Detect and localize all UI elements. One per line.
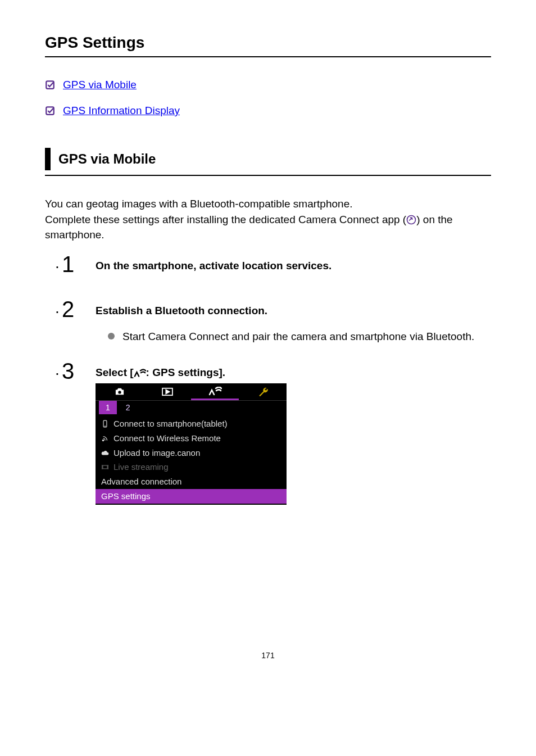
- camera-menu-items: Connect to smartphone(tablet) Connect to…: [96, 414, 287, 505]
- svg-point-7: [102, 440, 105, 442]
- camera-icon: [113, 387, 126, 396]
- camera-tab-row: [96, 383, 287, 401]
- camera-item-gps-settings: GPS settings: [96, 489, 287, 504]
- play-icon: [161, 387, 174, 396]
- camera-tab-setup: [239, 383, 287, 400]
- camera-subtab-1: 1: [99, 401, 117, 414]
- camera-item-upload: Upload to image.canon: [96, 446, 287, 460]
- step-number: 3.: [62, 359, 74, 384]
- step-3: 3. Select [: GPS settings].: [96, 366, 491, 505]
- step-1-title: On the smartphone, activate location ser…: [96, 260, 331, 271]
- toc-item: GPS via Mobile: [45, 79, 491, 91]
- svg-point-2: [407, 215, 416, 224]
- wrench-icon: [258, 387, 268, 397]
- camera-item-livestream: Live streaming: [96, 460, 287, 474]
- section-bar: [45, 148, 51, 170]
- title-rule: [45, 56, 491, 57]
- step-2-bullets: Start Camera Connect and pair the camera…: [108, 329, 491, 345]
- toc-link-gps-info-display[interactable]: GPS Information Display: [63, 105, 180, 117]
- intro-line1: You can geotag images with a Bluetooth-c…: [45, 198, 352, 210]
- camera-tab-wireless: [191, 383, 239, 400]
- camera-subtab-2: 2: [119, 401, 137, 414]
- smartphone-icon: [101, 420, 109, 428]
- step-number: 2.: [62, 297, 74, 322]
- intro-line2a: Complete these settings after installing…: [45, 214, 406, 225]
- camera-tab-playback: [143, 383, 191, 400]
- remote-icon: [101, 434, 109, 442]
- stream-icon: [101, 463, 109, 471]
- toc-link-gps-via-mobile[interactable]: GPS via Mobile: [63, 79, 137, 91]
- page-title: GPS Settings: [45, 34, 491, 52]
- camera-item-wireless-remote: Connect to Wireless Remote: [96, 431, 287, 446]
- camera-subtab-row: 1 2: [96, 401, 287, 414]
- camera-item-label: Connect to smartphone(tablet): [113, 418, 228, 430]
- check-box-icon: [45, 80, 55, 90]
- toc-item: GPS Information Display: [45, 105, 491, 117]
- section-rule: [45, 175, 491, 176]
- intro-paragraph: You can geotag images with a Bluetooth-c…: [45, 196, 491, 243]
- camera-menu-screenshot: 1 2 Connect to smartphone(tablet) Connec…: [96, 383, 287, 505]
- camera-item-label: Live streaming: [113, 461, 169, 473]
- page-number: 171: [45, 651, 491, 660]
- cloud-icon: [101, 449, 109, 457]
- camera-item-smartphone: Connect to smartphone(tablet): [96, 417, 287, 431]
- camera-item-label: Advanced connection: [101, 476, 181, 488]
- camera-item-advanced: Advanced connection: [96, 474, 287, 489]
- external-ref-icon[interactable]: [406, 215, 416, 225]
- wireless-icon: [134, 369, 146, 378]
- steps-list: 1. On the smartphone, activate location …: [96, 260, 491, 505]
- svg-point-3: [118, 391, 121, 393]
- svg-rect-8: [103, 465, 107, 469]
- step-2-bullet: Start Camera Connect and pair the camera…: [108, 329, 491, 345]
- step-number: 1.: [62, 252, 74, 277]
- step-1: 1. On the smartphone, activate location …: [96, 260, 491, 282]
- section-title: GPS via Mobile: [58, 151, 156, 167]
- camera-item-label: GPS settings: [101, 490, 151, 503]
- step3-suffix: : GPS settings].: [146, 366, 225, 378]
- camera-item-label: Connect to Wireless Remote: [113, 432, 221, 445]
- step-2-title: Establish a Bluetooth connection.: [96, 305, 267, 316]
- section-header: GPS via Mobile: [45, 148, 491, 170]
- step-2: 2. Establish a Bluetooth connection. Sta…: [96, 305, 491, 345]
- step3-prefix: Select [: [96, 366, 134, 378]
- step-3-title: Select [: GPS settings].: [96, 366, 225, 378]
- wireless-icon: [208, 387, 222, 396]
- check-box-icon: [45, 106, 55, 116]
- camera-tab-shoot: [96, 383, 143, 400]
- camera-item-label: Upload to image.canon: [113, 447, 200, 459]
